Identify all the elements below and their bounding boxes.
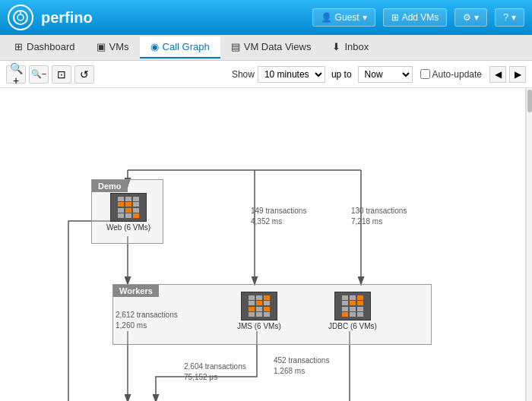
web-node-icon	[110, 193, 147, 222]
tx-2604: 2,604 transactions 75,152 μs	[184, 362, 246, 383]
tab-inbox[interactable]: ⬇ Inbox	[321, 36, 379, 58]
toolbar: 🔍+ 🔍− ⊡ ↺ Show 10 minutes 30 minutes 1 h…	[0, 61, 532, 88]
tx-time: 4,352 ms	[251, 216, 306, 227]
jdbc-node-label: JDBC (6 VMs)	[328, 322, 377, 330]
settings-button[interactable]: ⚙ ▾	[454, 8, 487, 27]
jms-node-icon	[241, 292, 277, 320]
app-title: perfino	[41, 9, 305, 27]
time-select[interactable]: 10 minutes 30 minutes 1 hour 6 hours 1 d…	[258, 66, 325, 83]
add-vms-button[interactable]: ⊞ Add VMs	[383, 8, 448, 27]
now-select[interactable]: Now Custom	[358, 66, 413, 83]
reset-icon: ↺	[80, 68, 89, 81]
zoom-in-icon: 🔍+	[7, 62, 25, 87]
call-graph-icon: ◉	[150, 41, 159, 52]
jms-node-label: JMS (6 VMs)	[237, 322, 281, 330]
tab-vm-data-views[interactable]: ▤ VM Data Views	[220, 36, 322, 58]
tab-dashboard[interactable]: ⊞ Dashboard	[4, 36, 86, 58]
main-content: Demo Web (6 VMs) Workers	[0, 88, 532, 401]
workers-label: Workers	[113, 285, 159, 297]
user-icon: 👤	[321, 12, 332, 23]
nav-tabs: ⊞ Dashboard ▣ VMs ◉ Call Graph ▤ VM Data…	[0, 35, 532, 61]
dashboard-icon: ⊞	[14, 41, 23, 52]
jdbc-node[interactable]: JDBC (6 VMs)	[328, 292, 377, 330]
jdbc-node-icon	[334, 292, 371, 320]
web-node[interactable]: Web (6 VMs)	[106, 193, 150, 232]
scrollbar-thumb[interactable]	[527, 90, 532, 112]
tab-vms[interactable]: ▣ VMs	[86, 36, 140, 58]
help-button[interactable]: ? ▾	[495, 8, 524, 27]
guest-button[interactable]: 👤 Guest ▾	[312, 8, 375, 27]
next-button[interactable]: ▶	[509, 66, 526, 83]
scrollbar[interactable]	[526, 88, 532, 401]
jms-node[interactable]: JMS (6 VMs)	[237, 292, 281, 330]
svg-point-1	[17, 14, 24, 21]
zoom-in-button[interactable]: 🔍+	[6, 65, 26, 84]
header: perfino 👤 Guest ▾ ⊞ Add VMs ⚙ ▾ ? ▾	[0, 0, 532, 35]
fit-button[interactable]: ⊡	[52, 65, 71, 84]
tx-130: 130 transactions 7,218 ms	[351, 206, 407, 227]
vms-icon: ▣	[97, 41, 106, 52]
plus-icon: ⊞	[391, 12, 399, 23]
auto-update-checkbox[interactable]	[420, 69, 430, 79]
reset-button[interactable]: ↺	[74, 65, 94, 84]
tx-149: 149 transactions 4,352 ms	[251, 206, 306, 227]
chevron-down-icon: ▾	[511, 12, 516, 23]
tab-call-graph[interactable]: ◉ Call Graph	[140, 36, 220, 58]
tx-2612: 2,612 transactions 1,260 ms	[116, 310, 178, 331]
graph-canvas[interactable]: Demo Web (6 VMs) Workers	[0, 88, 526, 401]
chevron-down-icon: ▾	[474, 12, 479, 23]
logo-icon	[8, 5, 33, 30]
auto-update-label[interactable]: Auto-update	[420, 69, 482, 80]
demo-label: Demo	[92, 180, 128, 192]
show-label: Show	[232, 69, 255, 80]
zoom-out-button[interactable]: 🔍−	[29, 65, 49, 84]
web-node-label: Web (6 VMs)	[106, 223, 150, 232]
tx-452: 452 transactions 1,268 ms	[274, 355, 329, 377]
fit-icon: ⊡	[57, 68, 66, 81]
prev-button[interactable]: ◀	[489, 66, 506, 83]
chevron-down-icon: ▾	[363, 12, 367, 23]
upto-label: up to	[331, 69, 352, 80]
tx-count: 149 transactions	[251, 206, 306, 216]
inbox-icon: ⬇	[332, 41, 340, 52]
zoom-out-icon: 🔍−	[31, 69, 46, 79]
vm-data-views-icon: ▤	[231, 41, 240, 52]
